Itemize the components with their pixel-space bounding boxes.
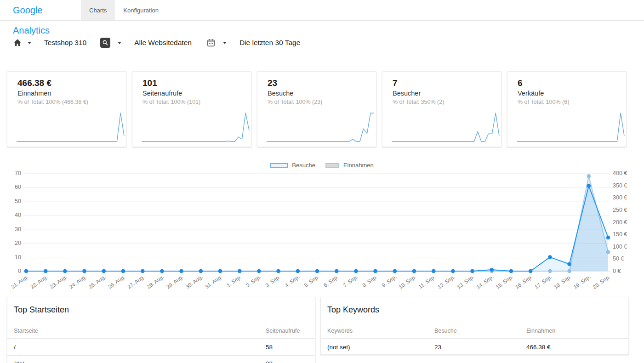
account-selector[interactable]: Testshop 310 — [44, 39, 86, 47]
data-point-dot[interactable] — [102, 269, 106, 273]
date-range-selector[interactable]: Die letzten 30 Tage — [239, 39, 300, 47]
kpi-card: 6Verkäufe% of Total: 100% (6) — [507, 71, 627, 147]
kpi-sparkline — [141, 107, 250, 143]
left-axis-tick-label: 40 — [15, 212, 21, 218]
data-point-dot[interactable] — [218, 269, 222, 273]
data-point-dot[interactable] — [393, 269, 397, 273]
legend-swatch-einnahmen[interactable] — [325, 163, 339, 168]
data-point-dot[interactable] — [24, 269, 28, 273]
kpi-sparkline — [266, 107, 375, 143]
data-point-dot[interactable] — [567, 262, 571, 267]
sparkline-path — [142, 113, 249, 142]
data-point-dot[interactable] — [432, 269, 436, 273]
kpi-sparkline — [516, 107, 625, 143]
table-title: Top Keywords — [321, 297, 628, 315]
x-axis-label: 14. Sep. — [475, 274, 495, 290]
data-point-dot[interactable] — [276, 269, 280, 273]
chevron-down-icon[interactable] — [223, 42, 227, 44]
app-header: Google Analytics Charts Konfiguration — [0, 0, 644, 21]
kpi-card-row: 466.38 €Einnahmen% of Total: 100% (466.3… — [7, 71, 627, 147]
home-icon[interactable] — [13, 38, 22, 47]
data-point-dot[interactable] — [470, 269, 474, 273]
data-point-dot[interactable] — [199, 269, 203, 273]
data-point-dot[interactable] — [257, 269, 261, 273]
tab-charts[interactable]: Charts — [81, 0, 115, 20]
sparkline-path — [517, 113, 624, 142]
data-point-dot[interactable] — [315, 269, 319, 273]
x-axis-label: 15. Sep. — [495, 274, 514, 290]
kpi-subtext: % of Total: 100% (6) — [518, 99, 626, 105]
data-point-dot[interactable] — [354, 269, 358, 273]
x-axis-label: 10. Sep. — [398, 274, 417, 290]
chart-legend: Besuche Einnahmen — [0, 162, 644, 169]
kpi-sparkline — [16, 107, 125, 143]
sparkline-path — [17, 113, 124, 142]
chevron-down-icon[interactable] — [118, 42, 121, 44]
table-title: Top Startseiten — [7, 297, 315, 315]
data-point-dot[interactable] — [44, 269, 48, 273]
data-point-dot[interactable] — [587, 184, 591, 188]
data-point-dot[interactable] — [412, 269, 416, 273]
kpi-card: 7Besucher% of Total: 350% (2) — [382, 71, 502, 147]
account-search-icon[interactable] — [100, 38, 110, 48]
column-header: Besuche — [428, 324, 520, 339]
right-axis-tick-label: 250 € — [613, 207, 627, 213]
kpi-card: 466.38 €Einnahmen% of Total: 100% (466.3… — [7, 71, 126, 147]
chevron-down-icon[interactable] — [28, 42, 31, 44]
sparkline-path — [267, 113, 374, 142]
kpi-label: Besucher — [393, 90, 501, 97]
data-point-dot[interactable] — [63, 269, 67, 273]
x-axis-label: 11. Sep. — [417, 274, 436, 289]
data-point-dot[interactable] — [490, 268, 494, 272]
kpi-subtext: % of Total: 350% (2) — [393, 99, 501, 105]
view-selector[interactable]: Alle Websitedaten — [134, 39, 192, 47]
data-point-dot[interactable] — [373, 269, 377, 273]
data-point-dot[interactable] — [451, 269, 455, 273]
legend-label-einnahmen[interactable]: Einnahmen — [343, 162, 374, 169]
x-axis-label: 3. Sep. — [264, 274, 281, 288]
left-axis-tick-label: 20 — [15, 240, 21, 246]
table-header-row: StartseiteSeitenaufrufe — [7, 324, 315, 339]
x-axis-label: 7. Sep. — [342, 274, 359, 288]
data-point-dot[interactable] — [296, 269, 300, 273]
table-row: (not set)23466.38 € — [321, 339, 628, 355]
data-point-dot[interactable] — [179, 269, 183, 273]
scope-toolbar: Testshop 310 Alle Websitedaten Die letzt… — [13, 33, 300, 53]
legend-label-besuche[interactable]: Besuche — [292, 162, 315, 169]
data-point-dot[interactable] — [121, 269, 125, 273]
table-row: /de/23 — [7, 356, 315, 363]
data-point-dot[interactable] — [529, 269, 533, 273]
series-area-einnahmen — [26, 176, 608, 271]
right-axis-tick-label: 0 € — [613, 268, 621, 274]
x-axis-label: 31. Aug. — [204, 274, 223, 290]
calendar-icon[interactable] — [206, 38, 216, 47]
x-axis-label: 26. Aug. — [107, 274, 126, 290]
data-point-dot[interactable] — [548, 255, 552, 259]
column-header: Keywords — [321, 324, 428, 339]
x-axis-label: 19. Sep. — [572, 274, 592, 290]
x-axis-label: 20. Sep. — [592, 274, 611, 290]
data-point-dot[interactable] — [160, 269, 164, 273]
startseiten-table: StartseiteSeitenaufrufe /58/de/23 — [7, 324, 315, 363]
data-point-dot[interactable] — [335, 269, 339, 273]
series-line-besuche — [26, 186, 608, 271]
column-header: Einnahmen — [520, 324, 628, 339]
left-axis-tick-label: 0 — [18, 268, 21, 274]
data-point-dot[interactable] — [587, 174, 591, 178]
tab-konfiguration[interactable]: Konfiguration — [115, 0, 167, 20]
data-point-dot[interactable] — [509, 269, 513, 273]
x-axis-label: 6. Sep. — [323, 274, 340, 288]
top-startseiten-card: Top Startseiten StartseiteSeitenaufrufe … — [7, 297, 315, 363]
x-axis-label: 30. Aug. — [185, 274, 204, 290]
legend-swatch-besuche[interactable] — [270, 163, 288, 168]
series-area-besuche — [26, 186, 608, 271]
data-point-dot[interactable] — [82, 269, 86, 273]
data-point-dot[interactable] — [238, 269, 242, 273]
x-axis-label: 8. Sep. — [361, 274, 378, 288]
kpi-subtext: % of Total: 100% (101) — [142, 99, 251, 105]
data-point-dot[interactable] — [141, 269, 145, 273]
table-cell: (not set) — [321, 339, 428, 355]
x-axis-label: 25. Aug. — [88, 274, 107, 290]
data-point-dot[interactable] — [606, 236, 610, 240]
x-axis-label: 28. Aug. — [146, 274, 165, 290]
